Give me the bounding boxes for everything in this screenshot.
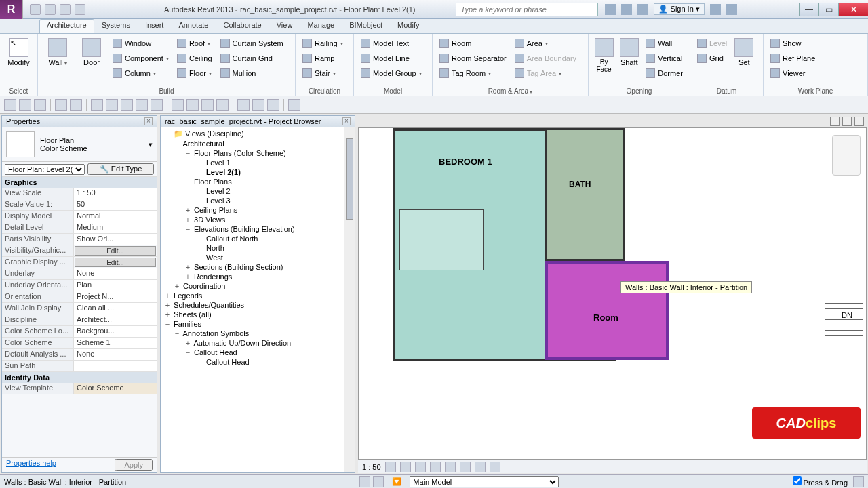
tab-insert[interactable]: Insert: [138, 19, 172, 33]
filter-icon[interactable]: [853, 476, 864, 487]
view-scale[interactable]: 1 : 50: [362, 463, 381, 471]
tree-node[interactable]: + Ceiling Plans: [163, 205, 352, 215]
viewer-button[interactable]: Viewer: [768, 66, 818, 80]
press-drag-checkbox[interactable]: Press & Drag: [793, 476, 848, 487]
sun-path-icon[interactable]: [415, 462, 426, 472]
property-row[interactable]: Color SchemeScheme 1: [2, 338, 157, 349]
properties-close-icon[interactable]: ×: [144, 117, 153, 125]
opt-10[interactable]: [151, 99, 163, 111]
tree-node[interactable]: + Legends: [163, 291, 352, 300]
mullion-button[interactable]: Mullion: [218, 66, 286, 80]
opt-2[interactable]: [19, 99, 31, 111]
opt-5[interactable]: [70, 99, 82, 111]
opt-8[interactable]: [121, 99, 133, 111]
property-row[interactable]: Scale Value 1:50: [2, 199, 157, 211]
tree-node[interactable]: − Floor Plans (Color Scheme): [163, 148, 352, 158]
tab-systems[interactable]: Systems: [94, 19, 138, 33]
opt-15[interactable]: [237, 99, 250, 111]
tree-node[interactable]: Level 3: [163, 196, 352, 205]
navigation-bar[interactable]: [832, 135, 861, 176]
tree-node[interactable]: + Renderings: [163, 272, 352, 281]
column-button[interactable]: Column: [110, 66, 172, 80]
opt-17[interactable]: [267, 99, 279, 111]
property-row[interactable]: DisciplineArchitect...: [2, 314, 157, 326]
component-button[interactable]: Component: [110, 52, 172, 65]
opt-9[interactable]: [136, 99, 148, 111]
instance-filter[interactable]: Floor Plan: Level 2(1: [5, 164, 85, 175]
door-button[interactable]: Door: [76, 37, 107, 68]
room-bath[interactable]: [545, 128, 625, 261]
opt-13[interactable]: [201, 99, 214, 111]
visual-style-icon[interactable]: [400, 462, 411, 472]
window-button[interactable]: Window: [110, 37, 172, 50]
minimize-button[interactable]: —: [799, 3, 819, 16]
view-maximize-icon[interactable]: [842, 117, 852, 126]
view-minimize-icon[interactable]: [830, 117, 840, 126]
shaft-button[interactable]: Shaft: [618, 37, 640, 68]
opt-18[interactable]: [288, 99, 300, 111]
opt-1[interactable]: [4, 99, 16, 111]
opt-6[interactable]: [91, 99, 103, 111]
tree-node[interactable]: + Sections (Building Section): [163, 262, 352, 272]
properties-help-link[interactable]: Properties help: [6, 459, 56, 471]
property-row[interactable]: Sun Path: [2, 361, 157, 372]
category-graphics[interactable]: Graphics: [2, 177, 157, 188]
tree-node[interactable]: West: [163, 253, 352, 262]
stairs-element[interactable]: [825, 298, 863, 352]
model-text-button[interactable]: Model Text: [358, 37, 425, 50]
model-line-button[interactable]: Model Line: [358, 52, 425, 65]
tab-manage[interactable]: Manage: [300, 19, 342, 33]
room-button[interactable]: Room: [437, 37, 509, 50]
tab-view[interactable]: View: [269, 19, 300, 33]
tab-annotate[interactable]: Annotate: [171, 19, 216, 33]
opt-4[interactable]: [55, 99, 67, 111]
reveal-hidden-icon[interactable]: [490, 462, 500, 472]
browser-close-icon[interactable]: ×: [342, 117, 351, 125]
property-row[interactable]: Graphic Display ...Edit...: [2, 257, 157, 268]
editing-requests-icon[interactable]: [373, 476, 384, 487]
tree-node[interactable]: − Families: [163, 319, 352, 329]
room-separator-button[interactable]: Room Separator: [437, 52, 509, 65]
close-button[interactable]: ✕: [838, 3, 868, 16]
properties-grid[interactable]: Graphics View Scale1 : 50Scale Value 1:5…: [2, 177, 157, 457]
hide-isolate-icon[interactable]: [475, 462, 486, 472]
grid-button[interactable]: Grid: [694, 52, 730, 65]
property-row[interactable]: Display ModelNormal: [2, 211, 157, 222]
tree-node[interactable]: Callout of North: [163, 234, 352, 243]
crop-region-icon[interactable]: [460, 462, 471, 472]
tree-node[interactable]: − Annotation Symbols: [163, 329, 352, 338]
tree-node[interactable]: − 📁 Views (Discipline): [163, 129, 352, 139]
subscription-icon[interactable]: [605, 4, 616, 15]
tab-bimobject[interactable]: BIMobject: [342, 19, 390, 33]
property-row[interactable]: Default Analysis ...None: [2, 349, 157, 361]
qat-undo[interactable]: [60, 4, 71, 15]
property-row[interactable]: Visibility/Graphic...Edit...: [2, 245, 157, 257]
curtain-grid-button[interactable]: Curtain Grid: [218, 52, 286, 65]
edit-type-button[interactable]: 🔧 Edit Type: [87, 163, 154, 175]
roof-button[interactable]: Roof: [174, 37, 215, 50]
apply-button[interactable]: Apply: [115, 459, 153, 471]
tree-node[interactable]: + Coordination: [163, 281, 352, 291]
tab-modify[interactable]: Modify: [390, 19, 427, 33]
tree-node[interactable]: Level 2: [163, 186, 352, 196]
tree-node[interactable]: Level 1: [163, 158, 352, 167]
wall-button[interactable]: Wall: [42, 37, 73, 68]
refplane-button[interactable]: Ref Plane: [768, 52, 818, 65]
communication-icon[interactable]: [621, 4, 632, 15]
tree-node[interactable]: − Elevations (Building Elevation): [163, 224, 352, 234]
dormer-button[interactable]: Dormer: [643, 66, 686, 80]
tree-node[interactable]: + Automatic Up/Down Direction: [163, 338, 352, 348]
opening-wall-button[interactable]: Wall: [643, 37, 686, 50]
opt-12[interactable]: [186, 99, 199, 111]
tree-node[interactable]: + 3D Views: [163, 215, 352, 224]
opt-11[interactable]: [172, 99, 184, 111]
show-button[interactable]: Show: [768, 37, 818, 50]
detail-level-icon[interactable]: [385, 462, 396, 472]
tree-node[interactable]: − Architectural: [163, 139, 352, 148]
curtain-system-button[interactable]: Curtain System: [218, 37, 286, 50]
maximize-button[interactable]: ▭: [818, 3, 839, 16]
drawing-canvas[interactable]: BEDROOM 1 BATH Room Walls : Basic Wall :…: [358, 127, 867, 460]
qat-save[interactable]: [45, 4, 56, 15]
ramp-button[interactable]: Ramp: [300, 52, 346, 65]
property-row[interactable]: Wall Join DisplayClean all ...: [2, 303, 157, 314]
